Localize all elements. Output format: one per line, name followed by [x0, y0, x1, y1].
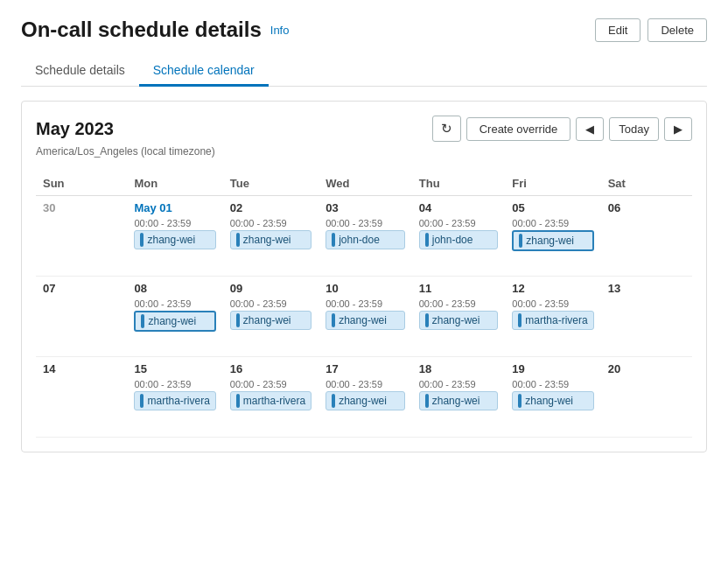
page-container: On-call schedule details Info Edit Delet…	[0, 0, 728, 575]
day-number-w0d3: 03	[326, 201, 405, 214]
event-time-w1d2e0: 00:00 - 23:59	[230, 298, 312, 309]
prev-month-button[interactable]: ◀	[576, 117, 604, 141]
calendar-cell-w2d4: 1800:00 - 23:59zhang-wei	[412, 357, 506, 438]
block-user-w1d4e0: zhang-wei	[432, 314, 480, 326]
empty-day-w0d6	[608, 218, 685, 270]
block-stripe-icon	[140, 233, 144, 247]
day-number-w0d5: 05	[512, 201, 593, 214]
cell-content-w1d3: 00:00 - 23:59zhang-wei	[326, 298, 405, 351]
event-time-w0d2e0: 00:00 - 23:59	[230, 218, 312, 228]
schedule-block-w0d5e0[interactable]: zhang-wei	[512, 230, 593, 251]
calendar-cell-w1d6: 13	[601, 277, 692, 357]
col-header-wed: Wed	[318, 172, 412, 196]
today-button[interactable]: Today	[609, 117, 659, 141]
block-user-w1d2e0: zhang-wei	[243, 314, 291, 326]
day-number-w1d2: 09	[230, 282, 312, 295]
calendar-cell-w2d5: 1900:00 - 23:59zhang-wei	[505, 357, 600, 438]
day-number-w0d2: 02	[230, 201, 312, 214]
block-stripe-icon	[518, 394, 522, 408]
calendar-cell-w1d0: 07	[36, 277, 127, 357]
cell-content-w0d4: 00:00 - 23:59john-doe	[419, 218, 499, 270]
calendar-cell-w2d0: 14	[36, 357, 127, 438]
cell-content-w1d0	[43, 298, 120, 351]
empty-day-w0d0	[43, 218, 120, 270]
edit-button[interactable]: Edit	[595, 18, 640, 42]
day-number-w2d5: 19	[512, 362, 593, 375]
block-stripe-icon	[140, 394, 144, 408]
calendar-cell-w1d1: 0800:00 - 23:59zhang-wei	[127, 277, 222, 357]
schedule-block-w1d2e0[interactable]: zhang-wei	[230, 311, 312, 330]
schedule-block-w0d1e0[interactable]: zhang-wei	[134, 230, 215, 249]
tab-schedule-details[interactable]: Schedule details	[21, 56, 139, 87]
cell-content-w0d5: 00:00 - 23:59zhang-wei	[512, 218, 593, 270]
day-number-w1d6: 13	[608, 282, 685, 295]
calendar-cell-w1d4: 1100:00 - 23:59zhang-wei	[412, 277, 506, 357]
calendar-cell-w0d1: May 0100:00 - 23:59zhang-wei	[127, 196, 222, 277]
next-icon: ▶	[674, 123, 682, 136]
event-time-w2d4e0: 00:00 - 23:59	[419, 379, 499, 389]
col-header-fri: Fri	[505, 172, 600, 196]
block-user-w2d3e0: zhang-wei	[339, 395, 387, 407]
block-stripe-icon	[332, 313, 335, 327]
block-user-w1d5e0: martha-rivera	[525, 314, 587, 326]
event-time-w0d1e0: 00:00 - 23:59	[134, 218, 215, 228]
block-stripe-icon	[332, 233, 335, 247]
tab-schedule-calendar[interactable]: Schedule calendar	[139, 56, 269, 87]
info-badge[interactable]: Info	[270, 24, 290, 37]
block-stripe-icon	[425, 313, 429, 327]
block-stripe-icon	[141, 314, 144, 328]
calendar-controls: ↻ Create override ◀ Today ▶	[432, 116, 692, 142]
block-user-w1d1e0: zhang-wei	[148, 315, 196, 327]
calendar-cell-w0d3: 0300:00 - 23:59john-doe	[318, 196, 412, 277]
block-stripe-icon	[425, 233, 429, 247]
create-override-button[interactable]: Create override	[466, 117, 571, 141]
block-user-w2d1e0: martha-rivera	[147, 395, 209, 407]
cell-content-w1d2: 00:00 - 23:59zhang-wei	[230, 298, 312, 351]
event-time-w0d3e0: 00:00 - 23:59	[326, 218, 405, 228]
event-time-w1d3e0: 00:00 - 23:59	[326, 298, 405, 309]
day-number-w2d1: 15	[134, 362, 215, 375]
schedule-block-w1d5e0[interactable]: martha-rivera	[512, 311, 593, 330]
page-header: On-call schedule details Info Edit Delet…	[21, 18, 707, 42]
schedule-block-w2d5e0[interactable]: zhang-wei	[512, 391, 593, 410]
schedule-block-w2d2e0[interactable]: martha-rivera	[230, 391, 312, 410]
cell-content-w0d6	[608, 218, 685, 270]
schedule-block-w2d1e0[interactable]: martha-rivera	[134, 391, 215, 410]
calendar-cell-w1d2: 0900:00 - 23:59zhang-wei	[223, 277, 318, 357]
cell-content-w1d5: 00:00 - 23:59martha-rivera	[512, 298, 593, 351]
schedule-block-w0d2e0[interactable]: zhang-wei	[230, 230, 312, 249]
cell-content-w0d2: 00:00 - 23:59zhang-wei	[230, 218, 312, 270]
day-number-w2d2: 16	[230, 362, 312, 375]
event-time-w2d3e0: 00:00 - 23:59	[326, 379, 405, 389]
day-number-w2d0: 14	[43, 362, 120, 375]
calendar-cell-w2d2: 1600:00 - 23:59martha-rivera	[223, 357, 318, 438]
day-number-w1d4: 11	[419, 282, 499, 295]
schedule-block-w2d4e0[interactable]: zhang-wei	[419, 391, 499, 410]
calendar-week-2: 141500:00 - 23:59martha-rivera1600:00 - …	[36, 357, 692, 438]
calendar-cell-w2d6: 20	[601, 357, 692, 438]
event-time-w2d5e0: 00:00 - 23:59	[512, 379, 593, 389]
schedule-block-w0d4e0[interactable]: john-doe	[419, 230, 499, 249]
event-time-w1d4e0: 00:00 - 23:59	[419, 298, 499, 309]
day-number-w1d0: 07	[43, 282, 120, 295]
next-month-button[interactable]: ▶	[664, 117, 692, 141]
schedule-block-w2d3e0[interactable]: zhang-wei	[326, 391, 405, 410]
calendar-cell-w1d3: 1000:00 - 23:59zhang-wei	[318, 277, 412, 357]
day-number-w1d1: 08	[134, 282, 215, 295]
block-user-w2d5e0: zhang-wei	[525, 395, 573, 407]
delete-button[interactable]: Delete	[648, 18, 707, 42]
schedule-block-w0d3e0[interactable]: john-doe	[326, 230, 405, 249]
schedule-block-w1d3e0[interactable]: zhang-wei	[326, 311, 405, 330]
calendar-cell-w0d0: 30	[36, 196, 127, 277]
block-stripe-icon	[519, 234, 522, 248]
schedule-block-w1d4e0[interactable]: zhang-wei	[419, 311, 499, 330]
empty-day-w2d6	[608, 379, 685, 431]
calendar-cell-w1d5: 1200:00 - 23:59martha-rivera	[505, 277, 600, 357]
schedule-block-w1d1e0[interactable]: zhang-wei	[134, 311, 215, 332]
calendar-header-row: Sun Mon Tue Wed Thu Fri Sat	[36, 172, 692, 196]
block-user-w2d2e0: martha-rivera	[243, 395, 305, 407]
block-user-w0d3e0: john-doe	[339, 234, 380, 246]
block-stripe-icon	[332, 394, 335, 408]
event-time-w1d5e0: 00:00 - 23:59	[512, 298, 593, 309]
refresh-button[interactable]: ↻	[432, 116, 461, 142]
